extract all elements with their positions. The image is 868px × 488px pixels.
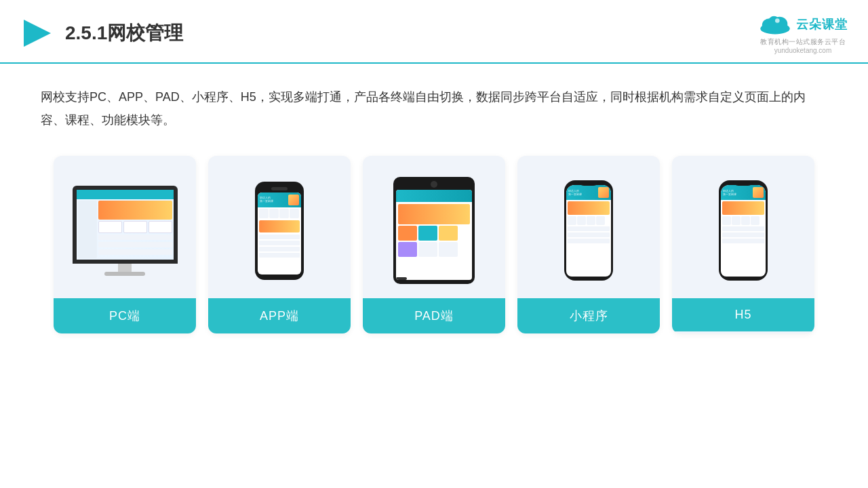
play-icon	[20, 16, 54, 50]
page-title: 2.5.1网校管理	[65, 20, 183, 46]
svg-marker-0	[24, 20, 51, 47]
tablet-mockup	[393, 177, 475, 284]
cards-container: PC端 职达人的 第一堂刷课	[0, 142, 868, 354]
logo-cloud: 云朵课堂	[758, 12, 848, 36]
card-pc: PC端	[54, 156, 196, 333]
logo-url: yunduoketang.com	[774, 47, 832, 54]
phone-notch-mockup-miniapp: 职达人的 第一堂刷课	[564, 180, 613, 281]
description-text: 网校支持PC、APP、PAD、小程序、H5，实现多端打通，产品各终端自由切换，数…	[41, 90, 806, 127]
card-label-miniapp: 小程序	[517, 298, 660, 333]
card-image-pc	[54, 156, 196, 298]
logo-area: 云朵课堂 教育机构一站式服务云平台 yunduoketang.com	[758, 12, 848, 54]
monitor-screen	[73, 186, 178, 264]
logo-text-main: 云朵课堂	[796, 16, 848, 33]
card-label-h5: H5	[672, 298, 814, 331]
card-miniapp: 职达人的 第一堂刷课	[517, 156, 660, 333]
card-image-miniapp: 职达人的 第一堂刷课	[517, 156, 660, 298]
header: 2.5.1网校管理 云朵课堂 教育机构一站式服务云平台 yunduoketang…	[0, 0, 868, 64]
cloud-icon	[758, 12, 792, 36]
card-image-pad	[363, 156, 505, 298]
monitor-mockup	[73, 186, 178, 276]
card-pad: PAD端	[363, 156, 505, 333]
card-label-pad: PAD端	[363, 298, 505, 333]
header-left: 2.5.1网校管理	[20, 16, 183, 50]
description: 网校支持PC、APP、PAD、小程序、H5，实现多端打通，产品各终端自由切换，数…	[0, 64, 868, 142]
svg-point-5	[775, 18, 780, 23]
phone-notch-mockup-h5: 职达人的 第一堂刷课	[719, 180, 768, 281]
card-image-app: 职达人的 第一堂刷课	[208, 156, 351, 298]
card-app: 职达人的 第一堂刷课	[208, 156, 351, 333]
card-image-h5: 职达人的 第一堂刷课	[672, 156, 814, 298]
logo-tagline: 教育机构一站式服务云平台	[760, 37, 846, 47]
card-h5: 职达人的 第一堂刷课	[672, 156, 814, 333]
card-label-app: APP端	[208, 298, 351, 333]
phone-mockup-app: 职达人的 第一堂刷课	[255, 182, 304, 280]
card-label-pc: PC端	[54, 298, 196, 333]
